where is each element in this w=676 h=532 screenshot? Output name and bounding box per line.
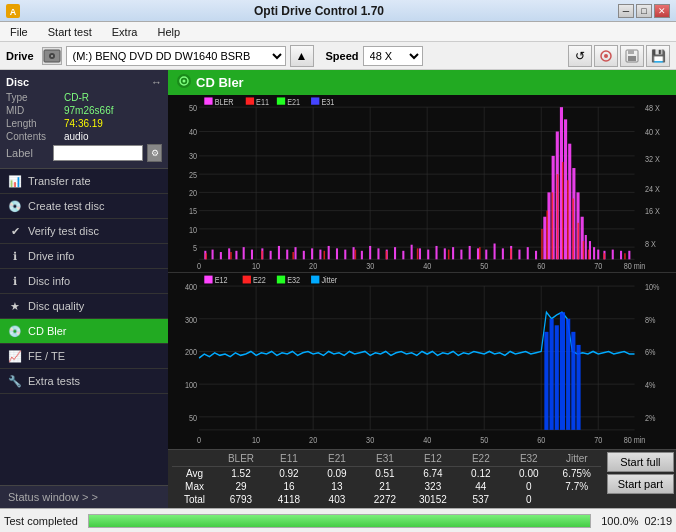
menu-file[interactable]: File xyxy=(4,24,34,40)
svg-rect-73 xyxy=(369,246,371,259)
nav-extra-tests[interactable]: 🔧 Extra tests xyxy=(0,369,168,394)
stats-max-label: Max xyxy=(172,480,217,493)
menu-help[interactable]: Help xyxy=(151,24,186,40)
svg-rect-9 xyxy=(628,56,636,61)
refresh-button[interactable]: ↺ xyxy=(568,45,592,67)
close-button[interactable]: ✕ xyxy=(654,4,670,18)
stats-avg-e12: 6.74 xyxy=(409,467,457,480)
menu-extra[interactable]: Extra xyxy=(106,24,144,40)
drive-eject-button[interactable]: ▲ xyxy=(290,45,314,67)
svg-text:0: 0 xyxy=(197,435,201,445)
svg-rect-141 xyxy=(311,97,319,104)
disc-panel-header: Disc ↔ xyxy=(6,76,162,88)
restore-button[interactable]: □ xyxy=(636,4,652,18)
svg-rect-131 xyxy=(583,241,585,259)
disc-arrows[interactable]: ↔ xyxy=(151,76,162,88)
stats-total-e21: 403 xyxy=(313,493,361,506)
drive-select[interactable]: (M:) BENQ DVD DD DW1640 BSRB xyxy=(66,46,286,66)
stats-max-e32: 0 xyxy=(505,480,553,493)
title-bar: A Opti Drive Control 1.70 ─ □ ✕ xyxy=(0,0,676,22)
svg-point-12 xyxy=(183,80,186,83)
nav-cd-bler[interactable]: 💿 CD Bler xyxy=(0,319,168,344)
stats-max-e12: 323 xyxy=(409,480,457,493)
transfer-rate-icon: 📊 xyxy=(8,174,22,188)
nav-verify-test-disc[interactable]: ✔ Verify test disc xyxy=(0,219,168,244)
svg-rect-130 xyxy=(578,223,580,260)
svg-text:6%: 6% xyxy=(645,347,656,357)
stats-total-e11: 4118 xyxy=(265,493,313,506)
svg-rect-68 xyxy=(328,246,330,259)
svg-rect-13 xyxy=(168,95,676,272)
stats-max-e31: 21 xyxy=(361,480,409,493)
stats-col-e21: E21 xyxy=(313,452,361,465)
svg-rect-54 xyxy=(212,250,214,260)
minimize-button[interactable]: ─ xyxy=(618,4,634,18)
svg-rect-92 xyxy=(527,247,529,259)
svg-text:40 X: 40 X xyxy=(645,128,661,138)
svg-text:20: 20 xyxy=(189,188,198,198)
svg-text:15: 15 xyxy=(189,207,198,217)
start-part-button[interactable]: Start part xyxy=(607,474,674,494)
nav-transfer-rate[interactable]: 📊 Transfer rate xyxy=(0,169,168,194)
stats-max-e11: 16 xyxy=(265,480,313,493)
svg-rect-76 xyxy=(394,247,396,259)
svg-text:A: A xyxy=(10,7,17,17)
svg-rect-85 xyxy=(469,246,471,259)
menu-bar: File Start test Extra Help xyxy=(0,22,676,42)
svg-rect-114 xyxy=(261,251,263,260)
disc-contents-key: Contents xyxy=(6,131,60,142)
disc-label-input[interactable] xyxy=(53,145,143,161)
svg-rect-181 xyxy=(571,331,575,429)
disc-type-key: Type xyxy=(6,92,60,103)
svg-rect-128 xyxy=(567,180,569,259)
nav-fe-te-label: FE / TE xyxy=(28,350,65,362)
svg-text:80 min: 80 min xyxy=(624,435,646,445)
chart-header: CD Bler xyxy=(168,70,676,95)
svg-rect-122 xyxy=(510,248,512,259)
nav-create-test-disc-label: Create test disc xyxy=(28,200,104,212)
disc-mid-key: MID xyxy=(6,105,60,116)
disc-length-val: 74:36.19 xyxy=(64,118,103,129)
stats-total-jitter xyxy=(553,493,601,506)
stats-max-e22: 44 xyxy=(457,480,505,493)
svg-text:8 X: 8 X xyxy=(645,240,657,250)
svg-text:70: 70 xyxy=(594,435,602,445)
export-button[interactable]: 💾 xyxy=(646,45,670,67)
svg-text:20: 20 xyxy=(309,262,318,272)
nav-disc-quality[interactable]: ★ Disc quality xyxy=(0,294,168,319)
svg-text:E22: E22 xyxy=(253,275,266,285)
stats-col-e11: E11 xyxy=(265,452,313,465)
status-window-button[interactable]: Status window > > xyxy=(0,485,168,508)
nav-fe-te[interactable]: 📈 FE / TE xyxy=(0,344,168,369)
start-full-button[interactable]: Start full xyxy=(607,452,674,472)
svg-rect-87 xyxy=(485,250,487,260)
menu-start-test[interactable]: Start test xyxy=(42,24,98,40)
svg-rect-126 xyxy=(557,174,559,259)
stats-avg-bler: 1.52 xyxy=(217,467,265,480)
nav-cd-bler-label: CD Bler xyxy=(28,325,67,337)
svg-rect-129 xyxy=(572,198,574,259)
chart1: 50 40 30 25 20 15 10 5 0 10 20 30 40 50 … xyxy=(168,95,676,273)
disc-mid-row: MID 97m26s66f xyxy=(6,105,162,116)
speed-select[interactable]: 48 X xyxy=(363,46,423,66)
svg-text:50: 50 xyxy=(189,103,198,113)
nav-disc-info[interactable]: ℹ Disc info xyxy=(0,269,168,294)
nav-create-test-disc[interactable]: 💿 Create test disc xyxy=(0,194,168,219)
disc-label-button[interactable]: ⚙ xyxy=(147,144,162,162)
main-layout: Disc ↔ Type CD-R MID 97m26s66f Length 74… xyxy=(0,70,676,508)
charts-container: 50 40 30 25 20 15 10 5 0 10 20 30 40 50 … xyxy=(168,95,676,449)
svg-rect-189 xyxy=(311,275,319,283)
settings-button[interactable] xyxy=(594,45,618,67)
svg-text:200: 200 xyxy=(185,347,197,357)
svg-text:40: 40 xyxy=(423,262,432,272)
svg-text:0: 0 xyxy=(197,262,202,272)
save-button[interactable] xyxy=(620,45,644,67)
svg-text:8%: 8% xyxy=(645,314,656,324)
svg-rect-65 xyxy=(303,251,305,260)
svg-rect-177 xyxy=(550,318,554,429)
nav-disc-quality-label: Disc quality xyxy=(28,300,84,312)
disc-mid-val: 97m26s66f xyxy=(64,105,113,116)
nav-drive-info[interactable]: ℹ Drive info xyxy=(0,244,168,269)
stats-max-e21: 13 xyxy=(313,480,361,493)
window-title: Opti Drive Control 1.70 xyxy=(20,4,618,18)
